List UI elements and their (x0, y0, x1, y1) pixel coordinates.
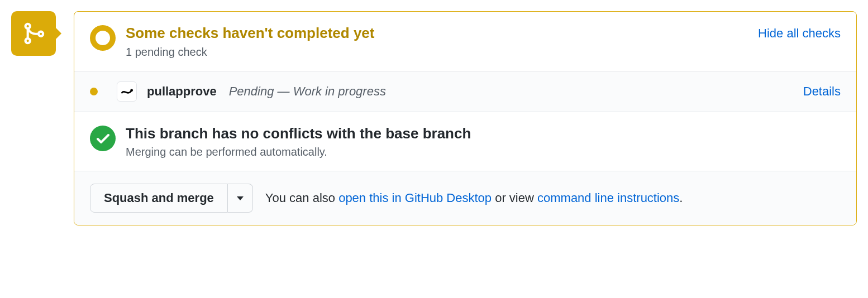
pullapprove-icon (120, 84, 134, 99)
svg-point-1 (130, 89, 133, 92)
merge-dropdown-button[interactable] (228, 184, 253, 213)
checks-subtitle: 1 pending check (126, 46, 749, 59)
conflicts-title: This branch has no conflicts with the ba… (126, 124, 841, 143)
check-item-row: pullapprove Pending — Work in progress D… (74, 71, 856, 112)
check-avatar (117, 81, 137, 102)
hint-middle: or view (492, 191, 537, 205)
conflicts-text: This branch has no conflicts with the ba… (126, 124, 841, 159)
checks-header-text: Some checks haven't completed yet 1 pend… (126, 24, 749, 59)
merge-footer: Squash and merge You can also open this … (74, 171, 856, 225)
open-desktop-link[interactable]: open this in GitHub Desktop (338, 191, 492, 205)
chevron-down-icon (237, 196, 244, 200)
conflicts-section: This branch has no conflicts with the ba… (74, 112, 856, 171)
git-merge-icon (21, 21, 46, 46)
check-name: pullapprove (147, 84, 217, 99)
cli-instructions-link[interactable]: command line instructions (537, 191, 679, 205)
check-details-link[interactable]: Details (803, 84, 841, 99)
check-status-text: Pending — Work in progress (229, 84, 803, 99)
checks-title: Some checks haven't completed yet (126, 24, 749, 42)
merge-panel: Some checks haven't completed yet 1 pend… (74, 11, 857, 225)
pending-dot-icon (90, 88, 98, 95)
squash-merge-button[interactable]: Squash and merge (90, 184, 228, 213)
success-check-icon (90, 126, 116, 151)
svg-point-2 (90, 126, 116, 151)
checks-header-section: Some checks haven't completed yet 1 pend… (74, 12, 856, 71)
merge-button-group: Squash and merge (90, 184, 253, 213)
merge-hint: You can also open this in GitHub Desktop… (265, 191, 683, 205)
conflicts-subtitle: Merging can be performed automatically. (126, 146, 841, 158)
svg-point-0 (93, 28, 113, 48)
hide-checks-link[interactable]: Hide all checks (758, 26, 841, 41)
hint-suffix: . (679, 191, 683, 205)
pending-status-icon (90, 25, 116, 51)
hint-prefix: You can also (265, 191, 338, 205)
merge-badge (11, 11, 56, 56)
merge-status-container: Some checks haven't completed yet 1 pend… (11, 11, 857, 225)
